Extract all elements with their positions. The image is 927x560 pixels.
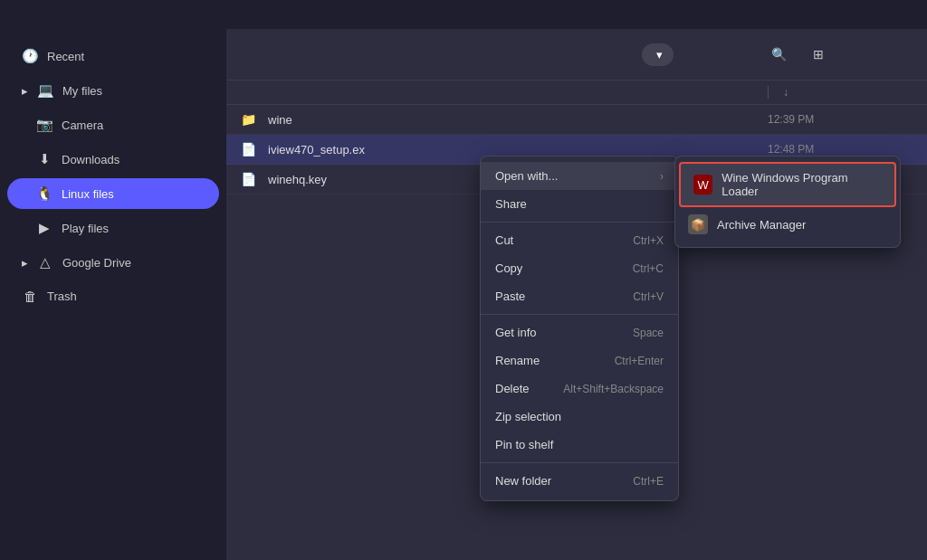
sidebar-item-recent[interactable]: 🕐 Recent xyxy=(7,41,219,71)
file-date: 12:48 PM xyxy=(768,143,913,156)
sort-desc-icon: ↓ xyxy=(783,86,788,99)
context-menu-item-7[interactable]: Delete Alt+Shift+Backspace xyxy=(481,375,678,403)
context-menu-label: Copy xyxy=(495,261,522,275)
context-menu-label: New folder xyxy=(495,474,551,488)
sidebar-item-label: Trash xyxy=(47,289,77,303)
more-options-button[interactable] xyxy=(884,40,913,69)
grid-icon: ⊞ xyxy=(813,47,824,62)
context-menu-item-2[interactable]: Cut Ctrl+X xyxy=(481,226,678,254)
context-menu-label: Delete xyxy=(495,382,530,395)
submenu-item-label: Wine Windows Program Loader xyxy=(722,171,882,198)
sidebar-item-downloads[interactable]: ⬇ Downloads xyxy=(7,144,219,175)
sidebar: 🕐 Recent ▸ 💻 My files 📷 Camera ⬇ Downloa… xyxy=(0,29,226,560)
context-menu-item-6[interactable]: Rename Ctrl+Enter xyxy=(481,346,678,375)
table-row[interactable]: 📁 wine 12:39 PM xyxy=(226,105,927,135)
context-menu-item-8[interactable]: Zip selection xyxy=(481,403,678,431)
context-menu-divider xyxy=(481,222,678,223)
shortcut-label: Ctrl+E xyxy=(633,475,664,488)
sidebar-item-play-files[interactable]: ▶ Play files xyxy=(7,213,219,243)
shortcut-label: Ctrl+V xyxy=(633,290,664,303)
context-menu-item-9[interactable]: Pin to shelf xyxy=(481,431,678,459)
context-menu-divider xyxy=(481,462,678,463)
recent-icon: 🕐 xyxy=(22,48,38,64)
context-menu-label: Rename xyxy=(495,354,540,367)
sort-button[interactable] xyxy=(844,40,873,69)
context-menu-label: Pin to shelf xyxy=(495,438,553,451)
context-menu-item-4[interactable]: Paste Ctrl+V xyxy=(481,282,678,310)
shortcut-label: Ctrl+X xyxy=(633,234,664,247)
shortcut-label: Ctrl+C xyxy=(633,262,664,275)
google-drive-icon: △ xyxy=(37,254,53,271)
submenu-item-0[interactable]: W Wine Windows Program Loader xyxy=(679,162,896,207)
topbar: ▾ 🔍 ⊞ xyxy=(226,29,927,81)
camera-icon: 📷 xyxy=(36,117,53,133)
file-list-header: ↓ xyxy=(226,81,927,105)
file-name: iview470_setup.ex xyxy=(268,143,569,157)
share-button[interactable] xyxy=(684,40,713,69)
copy-button[interactable] xyxy=(724,40,753,69)
grid-view-button[interactable]: ⊞ xyxy=(804,40,833,69)
context-menu-label: Cut xyxy=(495,233,513,247)
my-files-icon: 💻 xyxy=(37,82,53,99)
open-with-button[interactable]: ▾ xyxy=(642,43,674,66)
submenu-item-1[interactable]: 📦 Archive Manager xyxy=(675,207,900,242)
context-menu-item-0[interactable]: Open with... › xyxy=(481,162,678,190)
sidebar-item-label: Linux files xyxy=(62,187,114,201)
sidebar-item-label: Camera xyxy=(62,119,103,132)
search-button[interactable]: 🔍 xyxy=(764,40,793,69)
shortcut-label: Alt+Shift+Backspace xyxy=(563,383,664,395)
downloads-icon: ⬇ xyxy=(36,151,53,167)
context-menu-item-1[interactable]: Share xyxy=(481,190,678,218)
file-icon: 📄 xyxy=(241,172,259,186)
file-name: wine xyxy=(268,113,569,127)
context-menu-divider xyxy=(481,314,678,315)
expand-icon: ▸ xyxy=(22,84,28,98)
wine-app-icon: W xyxy=(693,175,712,195)
sidebar-item-label: Google Drive xyxy=(62,256,131,270)
sidebar-item-label: Play files xyxy=(62,222,109,235)
sidebar-item-google-drive[interactable]: ▸ △ Google Drive xyxy=(7,247,219,278)
content-area: ▾ 🔍 ⊞ ↓ 📁 w xyxy=(226,29,927,560)
context-menu-item-10[interactable]: New folder Ctrl+E xyxy=(481,467,678,495)
shortcut-label: Ctrl+Enter xyxy=(615,355,664,367)
maximize-button[interactable] xyxy=(876,5,894,24)
submenu-item-label: Archive Manager xyxy=(717,218,806,232)
minimize-button[interactable] xyxy=(851,5,869,24)
context-menu-item-3[interactable]: Copy Ctrl+C xyxy=(481,254,678,282)
context-menu-label: Zip selection xyxy=(495,410,561,423)
file-date: 12:39 PM xyxy=(768,113,913,126)
sidebar-item-label: Recent xyxy=(47,50,84,63)
play-files-icon: ▶ xyxy=(36,220,53,236)
close-button[interactable] xyxy=(902,5,920,24)
column-date[interactable]: ↓ xyxy=(768,86,913,99)
sidebar-item-label: My files xyxy=(62,84,102,98)
title-bar xyxy=(0,0,927,29)
search-icon: 🔍 xyxy=(771,47,787,62)
context-menu-label: Open with... xyxy=(495,169,558,183)
sidebar-item-linux-files[interactable]: 🐧 Linux files xyxy=(7,178,219,209)
expand-icon: ▸ xyxy=(22,256,28,270)
sidebar-item-label: Downloads xyxy=(62,153,119,166)
open-with-submenu: W Wine Windows Program Loader 📦 Archive … xyxy=(674,156,901,248)
trash-icon: 🗑 xyxy=(22,289,38,304)
app-window: 🕐 Recent ▸ 💻 My files 📷 Camera ⬇ Downloa… xyxy=(0,29,927,560)
sidebar-item-camera[interactable]: 📷 Camera xyxy=(7,109,219,140)
context-menu-label: Paste xyxy=(495,289,525,303)
open-with-chevron-icon: ▾ xyxy=(656,48,663,62)
submenu-arrow-icon: › xyxy=(660,170,664,183)
context-menu: Open with... › Share Cut Ctrl+X Copy Ctr… xyxy=(480,156,679,501)
shortcut-label: Space xyxy=(633,327,664,339)
archive-app-icon: 📦 xyxy=(688,214,708,234)
sidebar-item-trash[interactable]: 🗑 Trash xyxy=(7,281,219,311)
context-menu-label: Get info xyxy=(495,326,537,339)
file-icon: 📄 xyxy=(241,142,259,157)
context-menu-item-5[interactable]: Get info Space xyxy=(481,318,678,346)
folder-icon: 📁 xyxy=(241,112,259,127)
context-menu-label: Share xyxy=(495,197,527,211)
sidebar-item-my-files[interactable]: ▸ 💻 My files xyxy=(7,75,219,106)
linux-files-icon: 🐧 xyxy=(36,185,53,202)
